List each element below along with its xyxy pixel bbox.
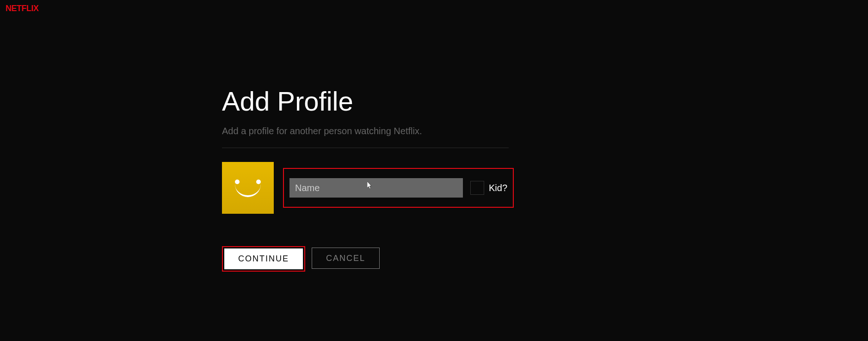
name-input[interactable] xyxy=(289,178,463,198)
button-row: CONTINUE CANCEL xyxy=(222,246,509,272)
profile-avatar[interactable] xyxy=(222,162,274,214)
page-subtitle: Add a profile for another person watchin… xyxy=(222,126,509,136)
cancel-button[interactable]: CANCEL xyxy=(312,248,380,269)
smile-icon xyxy=(222,162,274,214)
continue-highlight: CONTINUE xyxy=(222,246,305,272)
input-group: Kid? xyxy=(283,168,514,208)
divider xyxy=(222,148,509,148)
add-profile-form: Add Profile Add a profile for another pe… xyxy=(222,86,509,272)
continue-button[interactable]: CONTINUE xyxy=(224,248,303,269)
kid-checkbox[interactable] xyxy=(470,181,484,195)
profile-row: Kid? xyxy=(222,162,509,214)
page-title: Add Profile xyxy=(222,86,509,117)
kid-label[interactable]: Kid? xyxy=(489,183,507,193)
kid-checkbox-group: Kid? xyxy=(470,181,507,195)
netflix-logo: NETFLIX xyxy=(6,4,39,13)
